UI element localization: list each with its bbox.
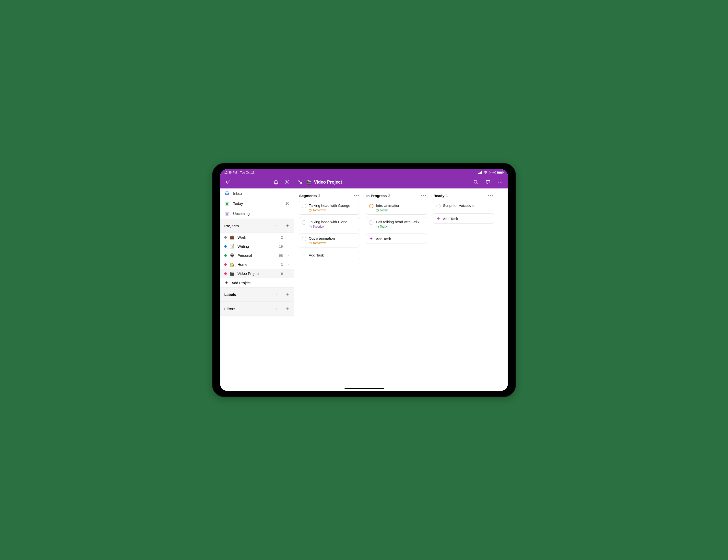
app-header: 🎬 Video Project — [220, 176, 508, 189]
add-task-label: Add Task — [376, 237, 391, 241]
status-time: 12:36 PM — [224, 171, 237, 174]
column-count: 1 — [446, 194, 448, 198]
task-complete-checkbox[interactable] — [302, 220, 306, 225]
board-column: In-Progress 2 ••• Intro animation Today … — [366, 192, 427, 387]
task-title: Intro animation — [376, 204, 400, 208]
column-more-icon[interactable]: ••• — [421, 193, 427, 198]
nav-today-label: Today — [233, 202, 243, 206]
board: Segments 3 ••• Talking head with George … — [294, 189, 508, 391]
status-right: VPN — [478, 171, 504, 174]
project-emoji-icon: 📝 — [230, 244, 235, 249]
project-color-dot — [224, 264, 227, 266]
task-title: Script for Voiceover — [443, 204, 475, 208]
add-task-button[interactable]: + Add Task — [433, 214, 494, 224]
add-task-label: Add Task — [309, 253, 324, 257]
svg-point-10 — [498, 182, 499, 183]
app-logo-icon[interactable] — [223, 177, 233, 187]
task-content: Talking head with George Tomorrow — [309, 204, 350, 212]
task-complete-checkbox[interactable] — [369, 220, 373, 225]
project-row[interactable]: 💼 Work 2 — [220, 233, 294, 242]
task-card[interactable]: Talking head with George Tomorrow — [299, 201, 360, 215]
board-column: Ready 1 ••• Script for Voiceover + Add T… — [433, 192, 494, 387]
collapse-sidebar-icon[interactable] — [297, 177, 304, 187]
screen: 12:36 PM Tue Oct 13 VPN — [220, 169, 508, 391]
project-color-dot — [224, 254, 227, 257]
task-card[interactable]: Script for Voiceover — [433, 201, 494, 211]
add-project-button[interactable]: Add Project — [220, 278, 294, 287]
task-title: Outro animation — [309, 236, 335, 240]
task-card[interactable]: Outro animation Tomorrow — [299, 234, 360, 248]
sidebar: Inbox 13 Today 10 Upcoming Projects — [220, 189, 294, 391]
svg-point-12 — [501, 182, 502, 183]
project-color-dot — [224, 245, 227, 248]
task-title: Talking head with Elena — [309, 220, 347, 224]
add-task-button[interactable]: + Add Task — [366, 234, 427, 244]
svg-rect-2 — [480, 172, 481, 174]
nav-upcoming[interactable]: Upcoming — [220, 209, 294, 219]
project-row[interactable]: 👽 Personal 98 ‹ — [220, 251, 294, 260]
column-name: Segments — [299, 194, 317, 198]
task-card[interactable]: Talking head with Elena Tuesday — [299, 217, 360, 231]
add-task-button[interactable]: + Add Task — [299, 250, 360, 260]
search-icon[interactable] — [471, 177, 481, 187]
labels-collapse-button[interactable] — [272, 290, 281, 299]
column-more-icon[interactable]: ••• — [488, 193, 494, 198]
task-card[interactable]: Intro animation Today — [366, 201, 427, 215]
plus-icon — [224, 280, 229, 285]
project-row[interactable]: 🎬 Video Project 6 — [220, 269, 294, 278]
comments-icon[interactable] — [483, 177, 493, 187]
status-date: Tue Oct 13 — [240, 171, 255, 174]
column-name: Ready — [433, 194, 444, 198]
project-row[interactable]: 🏡 Home 3 ‹ — [220, 260, 294, 269]
labels-label: Labels — [224, 292, 270, 296]
notifications-icon[interactable] — [271, 177, 281, 187]
settings-icon[interactable] — [282, 177, 292, 187]
nav-inbox-label: Inbox — [233, 192, 242, 196]
project-expand-chevron[interactable]: ‹ — [286, 253, 292, 258]
battery-icon — [497, 171, 504, 174]
svg-text:13: 13 — [226, 203, 228, 205]
filters-collapse-button[interactable] — [272, 304, 281, 313]
projects-label: Projects — [224, 224, 270, 228]
task-due-date: Tomorrow — [309, 209, 350, 212]
status-left: 12:36 PM Tue Oct 13 — [224, 171, 254, 174]
project-row[interactable]: 📝 Writing 19 — [220, 242, 294, 251]
task-due-date: Tuesday — [309, 225, 347, 228]
home-indicator[interactable] — [345, 388, 384, 389]
svg-point-8 — [286, 181, 287, 183]
project-expand-chevron[interactable]: ‹ — [286, 263, 292, 267]
labels-add-button[interactable] — [283, 290, 292, 299]
project-emoji-icon: 🎬 — [230, 271, 235, 276]
svg-rect-6 — [498, 172, 502, 174]
svg-rect-22 — [309, 210, 311, 212]
task-card[interactable]: Edit talking head with Felix Today — [366, 217, 427, 231]
nav-today-count: 10 — [285, 202, 290, 205]
project-emoji-icon: 👽 — [230, 253, 235, 258]
projects-add-button[interactable] — [283, 221, 292, 230]
task-complete-checkbox[interactable] — [302, 204, 306, 208]
task-content: Script for Voiceover — [443, 204, 475, 208]
inbox-icon — [224, 191, 230, 196]
projects-collapse-button[interactable] — [272, 221, 281, 230]
plus-icon: + — [436, 216, 441, 221]
svg-rect-24 — [309, 242, 311, 244]
task-complete-checkbox[interactable] — [436, 204, 441, 208]
column-count: 2 — [388, 194, 390, 198]
nav-inbox[interactable]: Inbox — [220, 189, 294, 199]
task-due-date: Today — [376, 225, 419, 228]
column-more-icon[interactable]: ••• — [354, 193, 359, 198]
nav-today[interactable]: 13 Today 10 — [220, 199, 294, 209]
more-options-icon[interactable] — [495, 177, 505, 187]
task-complete-checkbox[interactable] — [302, 237, 306, 241]
nav-upcoming-label: Upcoming — [233, 212, 250, 216]
task-content: Talking head with Elena Tuesday — [309, 220, 347, 228]
svg-rect-0 — [478, 173, 479, 174]
column-name: In-Progress — [366, 194, 387, 198]
project-emoji-icon: 🎬 — [306, 180, 311, 185]
project-emoji-icon: 🏡 — [230, 262, 235, 267]
project-name: Video Project — [238, 272, 274, 276]
today-icon: 13 — [224, 201, 230, 206]
task-complete-checkbox[interactable] — [369, 204, 373, 208]
filters-add-button[interactable] — [283, 304, 292, 313]
main-header: 🎬 Video Project — [294, 176, 508, 189]
